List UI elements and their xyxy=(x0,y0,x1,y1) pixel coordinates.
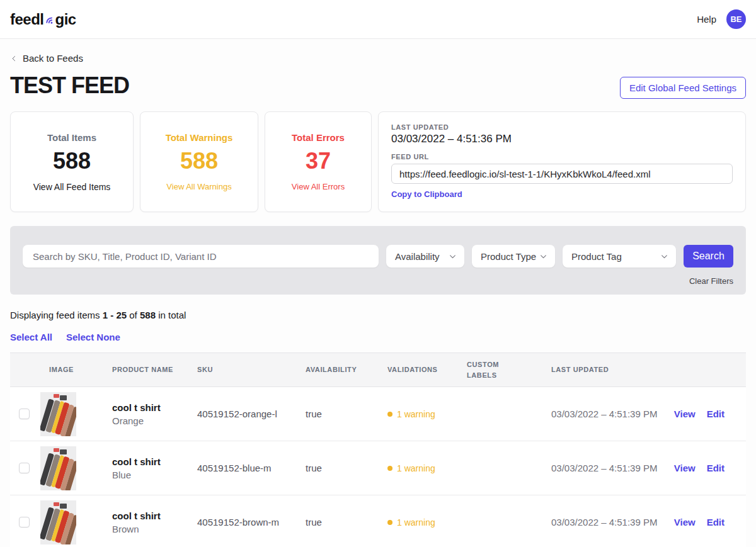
total-items-label: Total Items xyxy=(47,132,96,143)
column-header-availability: AVAILABILITY xyxy=(306,358,387,381)
edit-link[interactable]: Edit xyxy=(707,463,724,473)
edit-global-feed-settings-button[interactable]: Edit Global Feed Settings xyxy=(620,77,746,99)
last-updated-cell: 03/03/2022 – 4:51:39 PM xyxy=(551,517,671,527)
sku-cell: 40519152-orange-l xyxy=(197,409,306,419)
availability-cell: true xyxy=(306,409,387,419)
total-warnings-value: 588 xyxy=(180,148,218,174)
warning-label: 1 warning xyxy=(397,463,435,473)
product-image xyxy=(40,446,76,490)
total-items-card: Total Items 588 View All Feed Items xyxy=(10,111,134,212)
total-errors-value: 37 xyxy=(306,148,331,174)
table-row: cool t shirt Brown 40519152-brown-m true… xyxy=(10,495,746,547)
availability-dropdown[interactable]: Availability xyxy=(386,245,464,268)
column-header-product-name: PRODUCT NAME xyxy=(112,358,197,381)
chevron-down-icon xyxy=(660,252,668,261)
total-errors-card: Total Errors 37 View All Errors xyxy=(265,111,372,212)
product-variant: Orange xyxy=(112,415,197,426)
sku-cell: 40519152-brown-m xyxy=(197,517,306,527)
table-row: cool t shirt Blue 40519152-blue-m true 1… xyxy=(10,441,746,495)
edit-link[interactable]: Edit xyxy=(707,409,724,419)
total-warnings-card: Total Warnings 588 View All Warnings xyxy=(140,111,258,212)
view-all-feed-items-link[interactable]: View All Feed Items xyxy=(33,182,111,192)
last-updated-value: 03/03/2022 – 4:51:36 PM xyxy=(391,133,733,145)
product-image xyxy=(40,500,76,544)
product-name: cool t shirt xyxy=(112,510,197,521)
table-row: cool t shirt Orange 40519152-orange-l tr… xyxy=(10,387,746,441)
total-items-value: 588 xyxy=(53,148,91,174)
view-all-errors-link[interactable]: View All Errors xyxy=(292,182,345,191)
results-summary: Displaying feed items 1 - 25 of 588 in t… xyxy=(10,310,746,320)
column-header-last-updated: LAST UPDATED xyxy=(551,358,671,381)
column-header-validations: VALIDATIONS xyxy=(387,358,467,381)
row-checkbox[interactable] xyxy=(19,517,30,527)
column-header-sku: SKU xyxy=(197,358,306,381)
back-to-feeds-link[interactable]: Back to Feeds xyxy=(10,53,746,64)
logo-text-prefix: feedl xyxy=(10,11,44,28)
clear-filters-link[interactable]: Clear Filters xyxy=(689,276,733,286)
view-link[interactable]: View xyxy=(674,463,696,473)
sku-cell: 40519152-blue-m xyxy=(197,463,306,473)
results-total: 588 xyxy=(140,310,156,320)
column-header-custom-labels: CUSTOM LABELS xyxy=(467,353,517,386)
column-header-image: IMAGE xyxy=(40,358,112,381)
feed-url-input[interactable] xyxy=(391,164,733,184)
total-errors-label: Total Errors xyxy=(292,132,345,143)
select-none-link[interactable]: Select None xyxy=(66,332,120,342)
row-checkbox[interactable] xyxy=(19,409,30,419)
help-link[interactable]: Help xyxy=(697,14,716,25)
product-name: cool t shirt xyxy=(112,456,197,467)
view-link[interactable]: View xyxy=(674,409,696,419)
product-tag-dropdown-label: Product Tag xyxy=(571,251,622,262)
chevron-left-icon xyxy=(10,55,18,62)
availability-cell: true xyxy=(306,517,387,527)
product-type-dropdown-label: Product Type xyxy=(481,251,536,262)
warning-dot-icon xyxy=(387,412,392,417)
validation-cell[interactable]: 1 warning xyxy=(387,409,467,419)
validation-cell[interactable]: 1 warning xyxy=(387,517,467,527)
feedlogic-logo[interactable]: feedl gic xyxy=(10,11,76,28)
top-bar: feedl gic Help BE xyxy=(0,0,756,39)
warning-label: 1 warning xyxy=(397,409,435,419)
feed-url-label: FEED URL xyxy=(391,153,733,161)
page-title: TEST FEED xyxy=(10,72,129,99)
product-variant: Blue xyxy=(112,470,197,480)
availability-dropdown-label: Availability xyxy=(395,251,440,262)
warning-dot-icon xyxy=(387,466,392,471)
search-input[interactable] xyxy=(23,245,379,268)
product-name: cool t shirt xyxy=(112,402,197,413)
table-header: IMAGE PRODUCT NAME SKU AVAILABILITY VALI… xyxy=(10,353,746,387)
last-updated-label: LAST UPDATED xyxy=(391,123,733,131)
last-updated-cell: 03/03/2022 – 4:51:39 PM xyxy=(551,463,671,473)
back-to-feeds-label: Back to Feeds xyxy=(23,53,83,64)
warning-dot-icon xyxy=(387,520,392,525)
product-type-dropdown[interactable]: Product Type xyxy=(472,245,555,268)
row-checkbox[interactable] xyxy=(19,463,30,473)
warning-label: 1 warning xyxy=(397,517,435,527)
user-avatar[interactable]: BE xyxy=(726,9,746,29)
chevron-down-icon xyxy=(449,252,457,261)
last-updated-cell: 03/03/2022 – 4:51:39 PM xyxy=(551,409,671,419)
feed-info-panel: LAST UPDATED 03/03/2022 – 4:51:36 PM FEE… xyxy=(378,111,746,212)
product-tag-dropdown[interactable]: Product Tag xyxy=(563,245,676,268)
edit-link[interactable]: Edit xyxy=(707,517,724,527)
validation-cell[interactable]: 1 warning xyxy=(387,463,467,473)
select-all-link[interactable]: Select All xyxy=(10,332,52,342)
filter-bar: Availability Product Type Product Tag Se… xyxy=(10,226,746,295)
search-button[interactable]: Search xyxy=(684,245,733,268)
product-variant: Brown xyxy=(112,524,197,534)
availability-cell: true xyxy=(306,463,387,473)
view-link[interactable]: View xyxy=(674,517,696,527)
copy-to-clipboard-link[interactable]: Copy to Clipboard xyxy=(391,189,462,199)
wifi-signal-icon xyxy=(42,13,57,28)
view-all-warnings-link[interactable]: View All Warnings xyxy=(166,182,231,191)
product-image xyxy=(40,392,76,436)
chevron-down-icon xyxy=(539,252,547,261)
results-range: 1 - 25 xyxy=(103,310,127,320)
total-warnings-label: Total Warnings xyxy=(166,132,233,143)
logo-text-suffix: gic xyxy=(55,11,76,28)
